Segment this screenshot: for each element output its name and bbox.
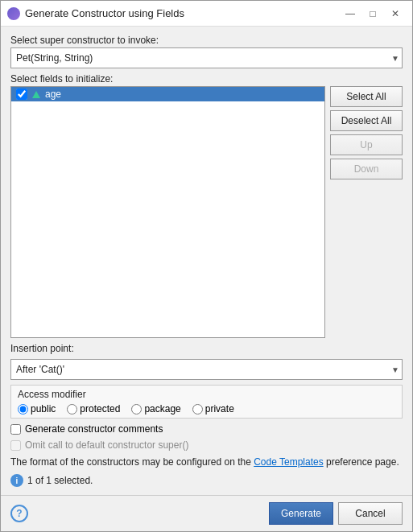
code-templates-link[interactable]: Code Templates — [254, 456, 324, 468]
app-icon — [7, 7, 20, 20]
field-name-label: age — [45, 89, 61, 100]
access-modifier-box: Access modifier public protected package… — [10, 385, 403, 419]
insertion-section: Insertion point: After 'Cat()' ▼ — [10, 343, 403, 380]
info-icon: i — [10, 474, 23, 487]
radio-private[interactable]: private — [192, 403, 234, 414]
radio-package[interactable]: package — [131, 403, 180, 414]
dialog-title: Generate Constructor using Fields — [25, 7, 335, 19]
down-button[interactable]: Down — [330, 159, 403, 179]
select-all-button[interactable]: Select All — [330, 86, 403, 107]
generate-comments-label: Generate constructor comments — [25, 423, 163, 435]
minimize-button[interactable]: — — [340, 6, 361, 22]
radio-package-label: package — [144, 403, 180, 414]
dialog-content: Select super constructor to invoke: Pet(… — [1, 27, 412, 495]
fields-section: Select fields to initialize: age Select … — [10, 73, 403, 338]
up-button[interactable]: Up — [330, 134, 403, 155]
super-constructor-label: Select super constructor to invoke: — [10, 35, 403, 46]
window-controls: — □ ✕ — [340, 6, 406, 22]
deselect-all-button[interactable]: Deselect All — [330, 110, 403, 131]
triangle-up-icon — [32, 91, 40, 98]
fields-label: Select fields to initialize: — [10, 73, 403, 85]
radio-row: public protected package private — [18, 403, 395, 414]
footer-right: Generate Cancel — [269, 502, 403, 525]
footer-left: ? — [10, 505, 28, 522]
info-text: The format of the constructors may be co… — [10, 456, 403, 469]
omit-super-row[interactable]: Omit call to default constructor super() — [10, 439, 403, 451]
radio-protected[interactable]: protected — [67, 403, 120, 414]
field-type-icon — [31, 89, 42, 100]
radio-public[interactable]: public — [18, 403, 56, 414]
field-checkbox[interactable] — [16, 89, 27, 100]
dialog-window: Generate Constructor using Fields — □ ✕ … — [0, 0, 413, 532]
info-text-suffix: preference page. — [324, 456, 399, 468]
status-row: i 1 of 1 selected. — [10, 474, 403, 487]
list-item[interactable]: age — [11, 87, 324, 101]
fields-list[interactable]: age — [10, 86, 325, 338]
dialog-footer: ? Generate Cancel — [1, 495, 412, 531]
maximize-button[interactable]: □ — [362, 6, 383, 22]
generate-button[interactable]: Generate — [269, 502, 333, 525]
info-text-prefix: The format of the constructors may be co… — [10, 456, 254, 468]
radio-private-input[interactable] — [192, 404, 203, 414]
cancel-button[interactable]: Cancel — [338, 502, 403, 525]
access-modifier-label: Access modifier — [18, 389, 395, 400]
insertion-select[interactable]: After 'Cat()' — [10, 359, 403, 380]
omit-super-checkbox[interactable] — [10, 440, 21, 451]
super-constructor-row: Pet(String, String) ▼ — [10, 47, 403, 68]
insertion-dropdown-wrapper: After 'Cat()' ▼ — [10, 359, 403, 380]
radio-public-label: public — [31, 403, 56, 414]
radio-protected-label: protected — [80, 403, 120, 414]
title-bar: Generate Constructor using Fields — □ ✕ — [1, 1, 412, 27]
generate-comments-checkbox[interactable] — [10, 424, 21, 435]
super-constructor-section: Select super constructor to invoke: Pet(… — [10, 35, 403, 68]
radio-package-input[interactable] — [131, 404, 142, 414]
radio-public-input[interactable] — [18, 404, 28, 414]
help-icon[interactable]: ? — [10, 505, 28, 522]
close-button[interactable]: ✕ — [385, 6, 406, 22]
fields-row: age Select All Deselect All Up Down — [10, 86, 403, 338]
side-buttons: Select All Deselect All Up Down — [330, 86, 403, 338]
radio-protected-input[interactable] — [67, 404, 77, 414]
insertion-label: Insertion point: — [10, 343, 403, 354]
status-text: 1 of 1 selected. — [27, 475, 93, 486]
generate-comments-row[interactable]: Generate constructor comments — [10, 423, 403, 435]
super-constructor-dropdown-wrapper: Pet(String, String) ▼ — [10, 47, 403, 68]
super-constructor-select[interactable]: Pet(String, String) — [10, 47, 403, 68]
radio-private-label: private — [205, 403, 234, 414]
omit-super-label: Omit call to default constructor super() — [25, 439, 188, 451]
